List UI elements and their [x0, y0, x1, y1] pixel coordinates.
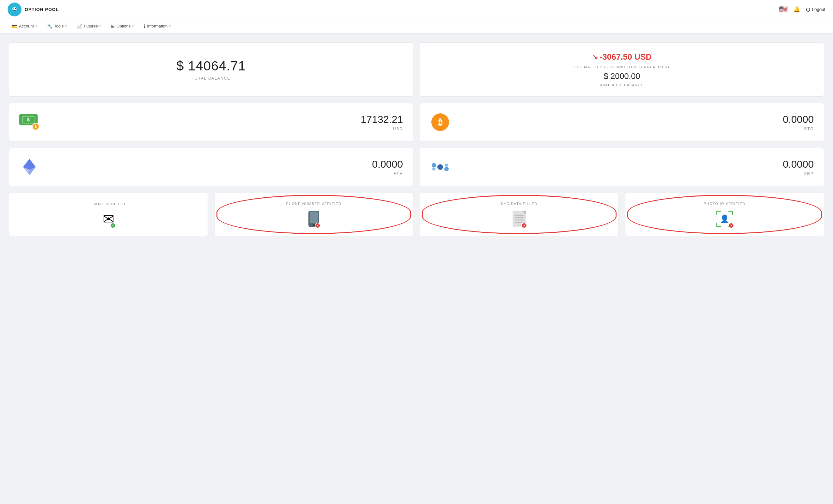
- power-icon: ⏻: [806, 7, 810, 12]
- nav-futures-label: Futures: [84, 24, 98, 28]
- email-check-badge: ✓: [110, 223, 116, 228]
- futures-icon: 📈: [77, 24, 82, 29]
- verification-row: EMAIL VERIFIED ✉ ✓ PHONE NUMBER VERIFIED…: [9, 193, 824, 236]
- email-verification-label: EMAIL VERIFIED: [91, 202, 125, 206]
- information-icon: ℹ: [144, 24, 145, 29]
- pnl-number: -3067.50 USD: [600, 52, 652, 62]
- scan-corner-tr: [729, 211, 733, 215]
- phone-verification-label: PHONE NUMBER VERIFIED: [286, 202, 341, 206]
- svg-point-4: [13, 8, 14, 8]
- information-chevron-icon: ▾: [169, 24, 171, 28]
- photo-verification-label: PHOTO ID VERIFIED: [704, 202, 745, 206]
- nav-futures[interactable]: 📈 Futures ▾: [72, 22, 105, 31]
- usd-coin-icon: $: [32, 123, 40, 130]
- eth-label: ETH: [372, 172, 403, 176]
- futures-chevron-icon: ▾: [99, 24, 101, 28]
- down-trend-icon: ↘: [592, 53, 598, 61]
- usd-icon: $ $: [19, 112, 40, 132]
- account-icon: 💳: [12, 24, 17, 29]
- usd-card: $ $ 17132.21 USD: [9, 103, 413, 142]
- eth-value: 0.0000: [372, 158, 403, 170]
- balance-row: $ 14064.71 TOTAL BALANCE ↘ -3067.50 USD …: [9, 42, 824, 97]
- main-content: $ 14064.71 TOTAL BALANCE ↘ -3067.50 USD …: [0, 33, 833, 245]
- nav-account-label: Account: [19, 24, 34, 28]
- eth-right: 0.0000 ETH: [372, 158, 403, 176]
- pnl-card: ↘ -3067.50 USD ESTIMATED PROFIT AND LOSS…: [420, 42, 824, 97]
- available-balance-label: AVAILABLE BALANCE: [600, 83, 644, 87]
- nav-information[interactable]: ℹ Information ▾: [139, 22, 175, 31]
- available-balance-value: $ 2000.00: [603, 71, 640, 81]
- logout-button[interactable]: ⏻ Logout: [806, 7, 826, 12]
- doc-line-3: [515, 220, 524, 221]
- xrp-svg: [431, 160, 449, 174]
- photo-cross-badge: ✕: [729, 223, 734, 228]
- scan-corner-bl: [716, 223, 721, 227]
- phone-icon-wrap: ✕: [308, 211, 319, 227]
- eth-card: 0.0000 ETH: [9, 148, 413, 186]
- tools-chevron-icon: ▾: [65, 24, 67, 28]
- btc-icon: ₿: [430, 112, 450, 132]
- eth-icon: [19, 157, 40, 177]
- logout-label: Logout: [812, 7, 826, 12]
- btc-label: BTC: [783, 127, 814, 131]
- svg-point-5: [16, 8, 16, 8]
- btc-card: ₿ 0.0000 BTC: [420, 103, 824, 142]
- usd-bill-icon: $: [22, 116, 34, 124]
- phone-verification-card: PHONE NUMBER VERIFIED ✕: [214, 193, 413, 236]
- eth-svg: [22, 158, 36, 176]
- options-icon: ⊞: [111, 24, 115, 29]
- nav-account[interactable]: 💳 Account ▾: [7, 22, 41, 31]
- nav-tools[interactable]: 🔧 Tools ▾: [43, 22, 71, 31]
- currency-row-1: $ $ 17132.21 USD ₿ 0.0000 BTC: [9, 103, 824, 142]
- doc-corner: [522, 211, 526, 215]
- xrp-icon: [430, 157, 450, 177]
- btc-value: 0.0000: [783, 114, 814, 125]
- nav-options-label: Options: [116, 24, 130, 28]
- header: OPTION POOL 🇺🇸 🔔 ⏻ Logout: [0, 0, 833, 19]
- nav-options[interactable]: ⊞ Options ▾: [106, 22, 138, 31]
- svg-point-13: [444, 167, 449, 171]
- xrp-label: XRP: [783, 172, 814, 176]
- header-right: 🇺🇸 🔔 ⏻ Logout: [779, 5, 826, 14]
- usd-value: 17132.21: [361, 114, 403, 125]
- account-chevron-icon: ▾: [35, 24, 37, 28]
- nav-tools-label: Tools: [54, 24, 64, 28]
- btc-right: 0.0000 BTC: [783, 114, 814, 131]
- scan-person-icon: 👤: [720, 215, 729, 223]
- doc-line-1: [515, 215, 524, 216]
- currency-row-2: 0.0000 ETH 0.0000 XRP: [9, 148, 824, 186]
- xrp-card: 0.0000 XRP: [420, 148, 824, 186]
- kyc-cross-badge: ✕: [521, 223, 527, 228]
- doc-line-2: [515, 217, 524, 218]
- pnl-label: ESTIMATED PROFIT AND LOSS (UNREALIZED): [574, 65, 669, 69]
- svg-point-12: [432, 163, 436, 167]
- btc-circle-icon: ₿: [431, 114, 449, 131]
- doc-lines: [515, 215, 524, 223]
- app-name: OPTION POOL: [25, 7, 59, 12]
- photo-icon-wrap: 👤 ✕: [716, 211, 733, 227]
- total-balance-label: TOTAL BALANCE: [192, 76, 230, 80]
- scan-corner-tl: [716, 211, 721, 215]
- email-icon-wrap: ✉ ✓: [103, 211, 114, 227]
- flag-icon[interactable]: 🇺🇸: [779, 5, 787, 14]
- svg-point-11: [437, 164, 443, 170]
- usd-right: 17132.21 USD: [361, 114, 403, 131]
- tools-icon: 🔧: [47, 24, 52, 29]
- total-balance-card: $ 14064.71 TOTAL BALANCE: [9, 42, 413, 97]
- nav: 💳 Account ▾ 🔧 Tools ▾ 📈 Futures ▾ ⊞ Opti…: [0, 19, 833, 33]
- kyc-icon-wrap: ✕: [513, 211, 526, 227]
- email-verification-card: EMAIL VERIFIED ✉ ✓: [9, 193, 208, 236]
- photo-verification-card: PHOTO ID VERIFIED 👤 ✕: [625, 193, 824, 236]
- phone-cross-badge: ✕: [315, 223, 320, 228]
- phone-screen: [310, 211, 318, 223]
- header-left: OPTION POOL: [7, 2, 59, 17]
- usd-label: USD: [361, 127, 403, 131]
- notification-bell-icon[interactable]: 🔔: [793, 6, 800, 13]
- logo: [7, 2, 22, 17]
- svg-point-15: [445, 163, 448, 167]
- svg-point-14: [432, 167, 435, 171]
- doc-line-4: [515, 222, 524, 223]
- total-balance-value: $ 14064.71: [176, 58, 246, 74]
- pnl-value: ↘ -3067.50 USD: [592, 52, 652, 62]
- xrp-right: 0.0000 XRP: [783, 158, 814, 176]
